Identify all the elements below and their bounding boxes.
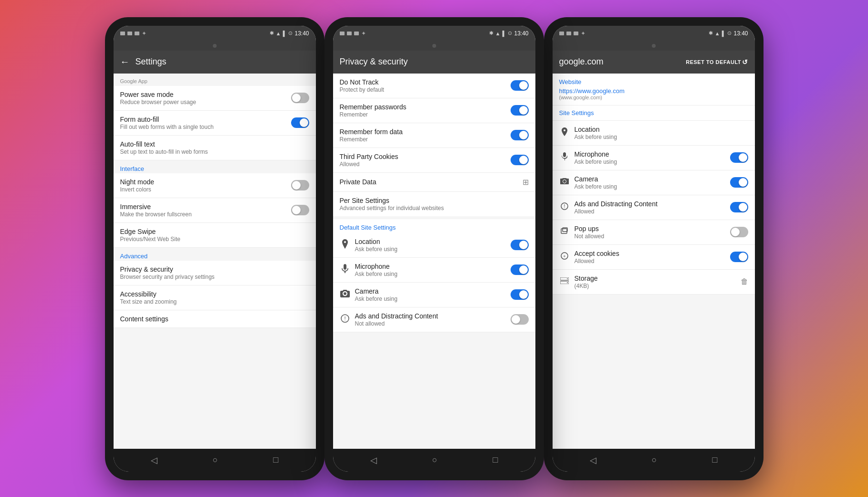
list-item[interactable]: Remember form data Remember <box>333 123 535 148</box>
list-item[interactable]: Third Party Cookies Allowed <box>333 148 535 173</box>
item-subtitle: Protect by default <box>340 86 511 93</box>
camera-dot-3 <box>652 44 656 48</box>
nav-bar-1: ◁ ○ □ <box>114 449 316 472</box>
item-title: Private Data <box>340 178 523 186</box>
alarm-icon3: ⊙ <box>727 30 732 36</box>
back-button-1[interactable]: ← <box>120 56 130 67</box>
list-item[interactable]: Microphone Ask before using <box>333 258 535 283</box>
icon-sim2 <box>340 32 345 35</box>
item-subtitle: Ask before using <box>355 296 511 302</box>
list-item[interactable]: Camera Ask before using <box>333 283 535 307</box>
toggle-mic3[interactable] <box>730 152 748 163</box>
list-item[interactable]: Pop ups Not allowed <box>553 220 755 245</box>
camera-area-1 <box>114 41 316 51</box>
item-title: Ads and Distracting Content <box>355 312 511 320</box>
nav-back-2[interactable]: ◁ <box>370 455 377 465</box>
camera-icon3 <box>559 176 570 187</box>
toggle-cookies3[interactable] <box>730 252 748 262</box>
trash-icon[interactable]: 🗑 <box>741 277 748 286</box>
status-icons-2: ✦ <box>340 30 366 37</box>
screen-3: google.com RESET TO DEFAULT ↺ Website ht… <box>553 51 755 449</box>
item-subtitle: Allowed <box>575 208 730 215</box>
nav-back-1[interactable]: ◁ <box>151 455 157 465</box>
item-subtitle: Allowed <box>575 258 730 264</box>
list-item[interactable]: ! Ads and Distracting Content Allowed <box>553 195 755 220</box>
item-subtitle: Reduce browser power usage <box>120 99 291 106</box>
toggle-dnt[interactable] <box>511 80 529 91</box>
list-item[interactable]: Location Ask before using <box>333 233 535 258</box>
icon-photo3 <box>566 32 571 35</box>
nav-home-3[interactable]: ○ <box>652 455 657 465</box>
status-right-3: ✱ ▲ ▌ ⊙ 13:40 <box>709 30 748 37</box>
website-section: Website https://www.google.com (www.goog… <box>553 74 755 106</box>
toggle-power-save[interactable] <box>291 93 309 103</box>
item-subtitle: (4KB) <box>575 283 741 289</box>
nav-back-3[interactable]: ◁ <box>590 455 596 465</box>
toolbar-3: google.com RESET TO DEFAULT ↺ <box>553 51 755 74</box>
toggle-ads3[interactable] <box>730 202 748 212</box>
status-bar-1: ✦ ✱ ▲ ▌ ⊙ 13:40 <box>114 26 316 41</box>
toggle-camera3[interactable] <box>730 177 748 188</box>
toggle-camera[interactable] <box>511 289 529 300</box>
list-item[interactable]: Remember passwords Remember <box>333 98 535 123</box>
list-item[interactable]: Do Not Track Protect by default <box>333 74 535 98</box>
content-1: Google App Power save mode Reduce browse… <box>114 74 316 449</box>
toggle-remember-form[interactable] <box>511 130 529 140</box>
list-item[interactable]: Accessibility Text size and zooming <box>114 286 316 310</box>
item-title: Microphone <box>355 263 511 270</box>
nav-recent-1[interactable]: □ <box>273 455 279 465</box>
nav-recent-2[interactable]: □ <box>493 455 498 465</box>
ads-icon: ! <box>340 313 350 324</box>
toggle-night-mode[interactable] <box>291 180 309 190</box>
list-item[interactable]: Privacy & security Browser security and … <box>114 261 316 286</box>
item-title: Microphone <box>575 150 730 158</box>
item-subtitle: Ask before using <box>355 271 511 277</box>
item-title: Camera <box>575 175 730 183</box>
toggle-immersive[interactable] <box>291 205 309 215</box>
toggle-remember-pw[interactable] <box>511 105 529 116</box>
content-3: Website https://www.google.com (www.goog… <box>553 74 755 449</box>
item-title: Camera <box>355 287 511 295</box>
item-subtitle: Browser security and privacy settings <box>120 274 309 280</box>
phone-2: ✦ ✱ ▲ ▌ ⊙ 13:40 Privacy & security <box>324 17 544 480</box>
toolbar-title-3: google.com <box>559 57 604 67</box>
nav-home-2[interactable]: ○ <box>432 455 438 465</box>
list-item[interactable]: + Accept cookies Allowed <box>553 245 755 270</box>
list-item[interactable]: Camera Ask before using <box>553 170 755 195</box>
item-subtitle: Not allowed <box>355 320 511 327</box>
icon-bluetooth2: ✦ <box>361 30 366 37</box>
item-subtitle: Set up text to auto-fill in web forms <box>120 148 309 155</box>
nav-recent-3[interactable]: □ <box>712 455 718 465</box>
toggle-third-party[interactable] <box>511 155 529 165</box>
list-item[interactable]: Edge Swipe Previous/Next Web Site <box>114 223 316 248</box>
list-item[interactable]: Microphone Ask before using <box>553 146 755 170</box>
toggle-location[interactable] <box>511 240 529 250</box>
list-item[interactable]: Per Site Settings Advanced settings for … <box>333 192 535 216</box>
item-subtitle: Ask before using <box>355 246 511 253</box>
svg-text:!: ! <box>564 204 565 209</box>
toggle-form-autofill[interactable] <box>291 117 309 128</box>
list-item[interactable]: Location Ask before using <box>553 121 755 146</box>
status-bar-2: ✦ ✱ ▲ ▌ ⊙ 13:40 <box>333 26 535 41</box>
list-item[interactable]: Private Data ⊞ <box>333 173 535 192</box>
list-item[interactable]: Immersive Make the browser fullscreen <box>114 198 316 223</box>
toggle-ads[interactable] <box>511 314 529 325</box>
list-item[interactable]: Content settings <box>114 310 316 328</box>
content-2: Do Not Track Protect by default Remember… <box>333 74 535 449</box>
toggle-popups3[interactable] <box>730 227 748 237</box>
signal-icon: ▌ <box>283 31 287 36</box>
reset-to-default-button[interactable]: RESET TO DEFAULT ↺ <box>686 58 748 66</box>
item-subtitle: Ask before using <box>575 159 730 165</box>
nav-home-1[interactable]: ○ <box>213 455 218 465</box>
grid-icon: ⊞ <box>523 178 529 187</box>
list-item[interactable]: Storage (4KB) 🗑 <box>553 270 755 295</box>
toggle-microphone[interactable] <box>511 264 529 275</box>
list-item[interactable]: Night mode Invert colors <box>114 173 316 198</box>
list-item[interactable]: Auto-fill text Set up text to auto-fill … <box>114 136 316 160</box>
location-icon <box>340 239 350 249</box>
list-item[interactable]: ! Ads and Distracting Content Not allowe… <box>333 307 535 332</box>
list-item[interactable]: Form auto-fill Fill out web forms with a… <box>114 111 316 136</box>
category-advanced: Advanced <box>114 248 316 261</box>
list-item[interactable]: Power save mode Reduce browser power usa… <box>114 86 316 111</box>
website-label: Website <box>559 78 748 87</box>
